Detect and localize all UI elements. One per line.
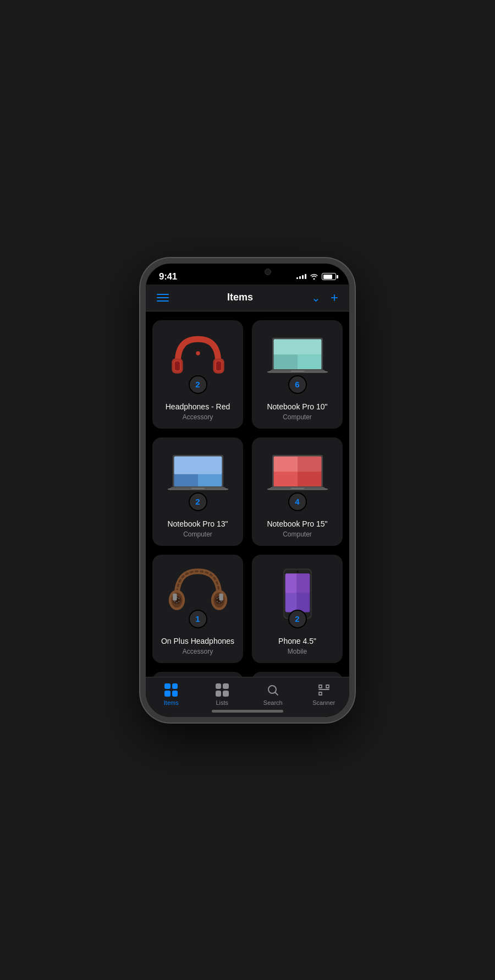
item-image-container: 1 — [159, 563, 237, 624]
screen: 9:41 — [146, 264, 349, 717]
svg-rect-24 — [291, 488, 304, 489]
item-name: Notebook Pro 10" — [267, 402, 327, 412]
notch-camera — [265, 269, 271, 275]
search-tab-label: Search — [263, 699, 283, 706]
item-card-on-plus-headphones[interactable]: 1 On Plus Headphones Accessory — [152, 555, 243, 663]
svg-point-52 — [296, 571, 298, 572]
svg-point-33 — [176, 602, 178, 604]
item-image-container: 2 — [258, 563, 336, 624]
item-card-headphones-red[interactable]: 2 Headphones - Red Accessory — [152, 320, 243, 429]
item-count-badge: 1 — [189, 610, 207, 628]
svg-point-44 — [220, 601, 222, 603]
item-card-notebook-pro-13[interactable]: 2 Notebook Pro 13" Computer — [152, 437, 243, 546]
svg-line-72 — [276, 692, 278, 695]
item-count-badge: 2 — [288, 610, 307, 628]
lists-tab-label: Lists — [216, 699, 228, 706]
wifi-icon — [310, 272, 318, 281]
item-card-phone-55-pink[interactable]: 3 — [152, 672, 243, 676]
item-category: Accessory — [183, 648, 213, 655]
svg-rect-51 — [296, 573, 310, 612]
item-card-phone-55-silver[interactable]: 5 — [252, 672, 343, 676]
item-name: On Plus Headphones — [161, 636, 234, 646]
svg-point-31 — [178, 598, 179, 599]
item-card-phone-45[interactable]: 2 Phone 4.5" Mobile — [252, 555, 343, 663]
svg-rect-18 — [191, 488, 205, 489]
item-image-container: 2 — [159, 329, 237, 390]
menu-button[interactable] — [157, 294, 169, 302]
item-count-badge: 6 — [288, 375, 307, 394]
svg-rect-74 — [326, 685, 329, 688]
item-card-notebook-pro-15[interactable]: 4 Notebook Pro 15" Computer — [252, 437, 343, 546]
item-count-badge: 4 — [288, 492, 307, 511]
svg-rect-10 — [273, 354, 297, 369]
nav-actions: ⌄ + — [311, 290, 338, 305]
svg-rect-5 — [216, 361, 221, 370]
tab-lists[interactable]: Lists — [204, 683, 240, 706]
svg-rect-9 — [273, 339, 321, 354]
status-bar: 9:41 — [146, 264, 349, 284]
items-tab-label: Items — [164, 699, 179, 706]
home-indicator — [212, 710, 283, 713]
item-card-notebook-pro-10[interactable]: 6 Notebook Pro 10" Computer — [252, 320, 343, 429]
add-item-button[interactable]: + — [331, 290, 338, 305]
battery-fill — [323, 275, 333, 279]
signal-icon — [296, 274, 306, 279]
status-time: 9:41 — [159, 271, 177, 282]
svg-rect-45 — [173, 593, 177, 600]
svg-rect-15 — [174, 456, 222, 474]
tab-search[interactable]: Search — [255, 683, 291, 706]
svg-rect-12 — [291, 370, 304, 371]
item-category: Computer — [283, 530, 312, 538]
svg-point-42 — [216, 601, 218, 603]
svg-point-34 — [178, 601, 179, 603]
svg-point-32 — [174, 601, 175, 603]
lists-tab-icon — [215, 683, 229, 697]
item-count-badge: 2 — [189, 492, 207, 511]
scanner-tab-icon — [317, 683, 331, 697]
tab-items[interactable]: Items — [153, 683, 189, 706]
nav-bar: Items ⌄ + — [146, 284, 349, 311]
svg-point-39 — [216, 598, 218, 599]
battery-icon — [322, 273, 336, 280]
item-image-container: 2 — [159, 446, 237, 507]
status-icons — [296, 272, 336, 281]
svg-rect-46 — [219, 593, 223, 600]
items-tab-icon — [164, 683, 178, 697]
item-category: Computer — [183, 530, 212, 538]
svg-rect-2 — [174, 361, 179, 370]
item-image-container: 6 — [258, 329, 336, 390]
tab-scanner[interactable]: Scanner — [306, 683, 342, 706]
svg-point-6 — [196, 351, 200, 355]
item-image-container: 4 — [258, 446, 336, 507]
item-category: Mobile — [288, 648, 307, 655]
item-category: Accessory — [183, 413, 213, 421]
items-grid-container[interactable]: 2 Headphones - Red Accessory — [146, 311, 349, 677]
page-title: Items — [227, 292, 253, 303]
item-count-badge: 2 — [189, 375, 207, 394]
svg-rect-16 — [174, 474, 197, 486]
item-category: Computer — [283, 413, 312, 421]
item-name: Phone 4.5" — [278, 636, 316, 646]
sort-button[interactable]: ⌄ — [311, 291, 321, 304]
svg-rect-73 — [319, 685, 322, 688]
item-name: Notebook Pro 13" — [167, 519, 228, 529]
item-name: Headphones - Red — [166, 402, 230, 412]
item-name: Notebook Pro 15" — [267, 519, 327, 529]
search-tab-icon — [266, 683, 280, 697]
scanner-tab-label: Scanner — [312, 699, 335, 706]
svg-point-43 — [218, 602, 220, 604]
svg-rect-75 — [319, 692, 322, 695]
phone-frame: 9:41 — [140, 258, 355, 722]
items-grid: 2 Headphones - Red Accessory — [152, 320, 343, 677]
svg-rect-22 — [298, 456, 321, 486]
notch — [212, 264, 283, 280]
